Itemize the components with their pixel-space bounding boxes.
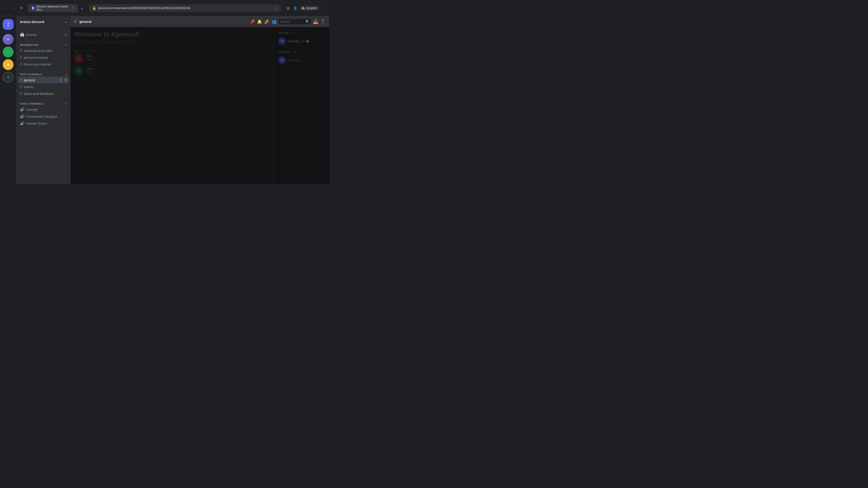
notification-icon[interactable]: 🔔 — [257, 19, 262, 24]
speaker-icon-lounge: 🔊 — [20, 107, 24, 111]
lock-icon: 🔒 — [92, 6, 96, 10]
speaker-icon-stream: 🔊 — [20, 121, 24, 126]
header-actions: 📌 🔔 🚀 👥 Search 🔍 📥 ❓ — [250, 19, 326, 24]
search-icon: 🔍 — [306, 20, 309, 23]
channel-item-stream[interactable]: 🔊 Stream Room — [18, 120, 69, 127]
browser-actions: ▧ 👤 🕵 Incognito ⋮ — [285, 5, 327, 11]
voice-channels-label: VOICE CHANNELS — [20, 102, 43, 105]
add-channel-icon[interactable]: + — [65, 43, 67, 46]
tab-favicon: D — [32, 6, 35, 10]
channel-label-my-channel: this-is-my-channel — [24, 62, 62, 66]
server-divider — [4, 32, 12, 32]
server-sidebar: AD 🎨 🌿 ☀ + — [0, 16, 16, 184]
browser-chrome: ← → ↻ D Discord | #general | Artists Dis… — [0, 0, 329, 16]
url-text: discord.com/channels/1182362010067935253… — [98, 6, 190, 10]
hash-icon-general: # — [20, 78, 22, 82]
profile-button[interactable]: 👤 — [292, 5, 298, 11]
server-header[interactable]: Artists Discord ⌄ — [16, 16, 70, 28]
channel-header: # general 📌 🔔 🚀 👥 Search 🔍 📥 ❓ — [70, 16, 329, 27]
channel-sidebar: Artists Discord ⌄ 📅 Events + INFORMATION… — [16, 16, 70, 184]
server-icon-3[interactable]: ☀ — [3, 59, 13, 70]
information-section-header[interactable]: INFORMATION + — [18, 43, 69, 47]
search-placeholder: Search — [280, 20, 289, 23]
server-icon-1[interactable]: 🎨 — [3, 34, 13, 45]
pin-icon[interactable]: 📌 — [250, 19, 255, 24]
channel-label-community: Community Hangout — [26, 115, 67, 119]
chevron-down-icon: ⌄ — [65, 20, 67, 24]
hash-icon-header: # — [74, 19, 76, 24]
channel-label-welcome: welcome-and-rules — [24, 49, 67, 53]
tab-bar: D Discord | #general | Artists Disc... ✕… — [28, 4, 85, 12]
search-bar[interactable]: Search 🔍 — [278, 19, 311, 24]
user-settings-icon[interactable]: 👤 — [59, 78, 63, 82]
channel-item-ideas[interactable]: # ideas-and-feedback — [18, 90, 69, 97]
forward-button[interactable]: → — [10, 5, 17, 11]
extensions-button[interactable]: ▧ — [285, 5, 291, 11]
incognito-badge: 🕵 Incognito — [299, 6, 319, 11]
channel-item-announcements[interactable]: # announcements — [18, 54, 69, 61]
channel-label-general: general — [24, 78, 57, 82]
reload-button[interactable]: ↻ — [18, 5, 24, 11]
channel-item-general[interactable]: # general 👤 ⚙ — [18, 76, 69, 84]
new-tab-button[interactable]: + — [79, 6, 85, 12]
channel-item-welcome[interactable]: # welcome-and-rules — [18, 47, 69, 54]
server-name: Artists Discord — [20, 20, 44, 24]
add-event-icon[interactable]: + — [65, 33, 67, 37]
content-area: Welcome to #general! This is the start o… — [70, 27, 329, 184]
channel-label-stream: Stream Room — [26, 122, 67, 125]
discord-app: AD 🎨 🌿 ☀ + Artists Discord ⌄ 📅 Events + — [0, 16, 329, 184]
channel-item-lounge[interactable]: 🔊 Lounge — [18, 106, 69, 113]
channel-label-events-text: events — [24, 85, 67, 89]
hash-icon-welcome: # — [20, 48, 22, 53]
hash-icon-ideas: # — [20, 92, 22, 96]
add-text-channel-icon[interactable]: + — [65, 73, 67, 76]
voice-channels-section-header[interactable]: VOICE CHANNELS + — [18, 101, 69, 106]
help-icon[interactable]: ❓ — [320, 19, 326, 24]
add-server-button[interactable]: + — [3, 72, 13, 83]
channel-label-events: Events — [26, 33, 63, 37]
hash-icon-events: # — [20, 85, 22, 89]
back-button[interactable]: ← — [3, 5, 9, 11]
information-section: INFORMATION + # welcome-and-rules # anno… — [16, 39, 70, 68]
main-content: # general 📌 🔔 🚀 👥 Search 🔍 📥 ❓ Welcome t… — [70, 16, 329, 184]
channel-header-name: general — [79, 20, 91, 24]
members-icon[interactable]: 👥 — [271, 19, 277, 24]
speaker-icon-community: 🔊 — [20, 114, 24, 119]
events-icon: 📅 — [20, 33, 24, 37]
inbox-icon[interactable]: 📥 — [313, 19, 318, 24]
incognito-icon: 🕵 — [302, 6, 305, 10]
hash-icon-my-channel: # — [20, 62, 22, 66]
star-icon: ☆ — [275, 6, 278, 10]
boost-icon[interactable]: 🚀 — [264, 19, 270, 24]
gear-icon-general[interactable]: ⚙ — [64, 78, 67, 82]
address-bar[interactable]: 🔒 discord.com/channels/11823620100679352… — [89, 4, 281, 12]
text-channels-label: TEXT CHANNELS — [20, 73, 42, 76]
events-section: 📅 Events + — [16, 28, 70, 39]
tab-close-button[interactable]: ✕ — [71, 6, 74, 10]
arrow-icon: → — [64, 63, 67, 66]
server-icon-artists-discord[interactable]: AD — [3, 19, 13, 30]
text-channels-section: TEXT CHANNELS + # general 👤 ⚙ # events #… — [16, 68, 70, 98]
channel-item-events[interactable]: 📅 Events + — [18, 31, 69, 38]
channel-label-lounge: Lounge — [26, 107, 67, 111]
tab-title: Discord | #general | Artists Disc... — [36, 5, 68, 11]
modal-overlay: Location Event Info Review Wher — [70, 27, 329, 184]
channel-label-ideas: ideas-and-feedback — [24, 92, 67, 96]
incognito-label: Incognito — [306, 6, 317, 10]
server-icon-2[interactable]: 🌿 — [3, 46, 13, 57]
channel-item-community[interactable]: 🔊 Community Hangout — [18, 113, 69, 120]
text-channels-section-header[interactable]: TEXT CHANNELS + — [18, 72, 69, 76]
address-bar-row: 🔒 discord.com/channels/11823620100679352… — [89, 4, 281, 12]
voice-channels-section: VOICE CHANNELS + 🔊 Lounge 🔊 Community Ha… — [16, 98, 70, 128]
favicon-icon: D — [32, 7, 34, 9]
information-section-label: INFORMATION — [20, 43, 38, 46]
add-voice-channel-icon[interactable]: + — [65, 102, 67, 105]
active-tab[interactable]: D Discord | #general | Artists Disc... ✕ — [28, 4, 78, 12]
hash-icon-announcements: # — [20, 55, 22, 59]
menu-button[interactable]: ⋮ — [320, 5, 327, 11]
channel-label-announcements: announcements — [24, 56, 67, 59]
channel-item-events-text[interactable]: # events — [18, 84, 69, 90]
browser-nav: ← → ↻ — [3, 5, 24, 11]
channel-item-my-channel[interactable]: # this-is-my-channel → — [18, 61, 69, 68]
